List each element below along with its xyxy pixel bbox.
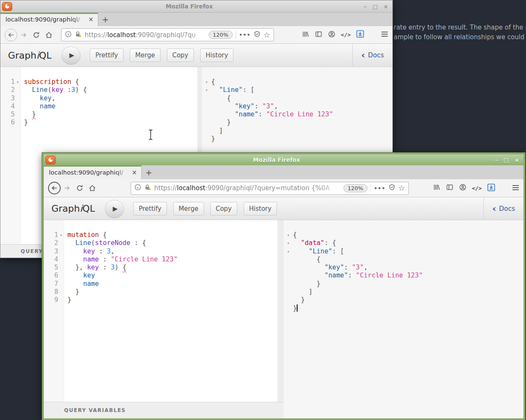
- history-button[interactable]: History: [200, 48, 233, 62]
- tab-localhost-graphiql[interactable]: localhost:9090/graphiql/ ×: [0, 13, 98, 26]
- toolbar-icons: </>: [302, 30, 388, 40]
- code-line: "name": "Circle Line 123": [204, 110, 392, 118]
- bookmark-star-icon[interactable]: ☆: [398, 184, 405, 192]
- pocket-shield-icon[interactable]: [389, 184, 395, 192]
- back-button[interactable]: [48, 182, 61, 194]
- graphiql-logo: GraphiQL: [8, 50, 51, 61]
- prettify-button[interactable]: Prettify: [133, 202, 167, 215]
- downloads-icon[interactable]: [487, 183, 495, 193]
- new-tab-button[interactable]: +: [142, 165, 156, 179]
- copy-button[interactable]: Copy: [210, 202, 237, 215]
- code-line: {: [285, 256, 523, 264]
- front-nav-toolbar: https://localhost:9090/graphiql/?query=m…: [44, 179, 523, 197]
- bookmark-star-icon[interactable]: ☆: [263, 31, 270, 39]
- query-editor[interactable]: 1▾mutation {2 Line(storeNode : {3 key : …: [44, 220, 284, 402]
- merge-button[interactable]: Merge: [173, 202, 204, 215]
- line-number: 1: [0, 78, 15, 86]
- fold-toggle-icon: [15, 102, 21, 110]
- back-tab-bar: localhost:9090/graphiql/ × +: [0, 13, 392, 26]
- fold-toggle-icon[interactable]: ▾: [58, 231, 64, 239]
- code-line: 9}: [44, 296, 277, 304]
- fold-toggle-icon[interactable]: ▾: [15, 78, 21, 86]
- back-titlebar[interactable]: Mozilla Firefox – □ ×: [0, 0, 392, 13]
- background-text-line: ample to follow all relationships we cou…: [394, 32, 526, 42]
- code-line: "key": "3",: [204, 102, 392, 110]
- fold-toggle-icon[interactable]: ▾: [204, 86, 209, 94]
- url-bar[interactable]: https://localhost:9090/graphiql/?query=m…: [131, 182, 409, 195]
- page-actions-icon[interactable]: •••: [239, 32, 251, 38]
- zoom-level-badge[interactable]: 120%: [209, 31, 233, 39]
- forward-button[interactable]: [17, 29, 30, 41]
- fold-toggle-icon[interactable]: ▾: [285, 239, 291, 247]
- close-icon[interactable]: ×: [384, 3, 388, 10]
- background-text-line: rate entry to the result. The shape of t…: [394, 23, 526, 32]
- page-actions-icon[interactable]: •••: [374, 185, 386, 191]
- fold-toggle-icon: [285, 296, 291, 304]
- sidebar-icon[interactable]: [446, 183, 454, 193]
- insecure-lock-icon[interactable]: [75, 31, 82, 39]
- history-button[interactable]: History: [244, 202, 277, 215]
- query-variables-bar[interactable]: QUERY VARIABLES: [44, 402, 284, 418]
- merge-button[interactable]: Merge: [130, 48, 161, 62]
- back-button[interactable]: [5, 29, 17, 41]
- tab-close-icon[interactable]: ×: [87, 16, 94, 23]
- url-text[interactable]: https://localhost:9090/graphiql/?query=m…: [154, 184, 341, 192]
- pocket-shield-icon[interactable]: [254, 31, 260, 39]
- reload-button[interactable]: [30, 29, 43, 41]
- tab-localhost-graphiql[interactable]: localhost:9090/graphiql/ ×: [44, 165, 142, 179]
- home-button[interactable]: [86, 182, 99, 194]
- line-number: 7: [44, 280, 58, 288]
- forward-button[interactable]: [61, 182, 73, 194]
- front-query-column: 1▾mutation {2 Line(storeNode : {3 key : …: [44, 220, 284, 418]
- new-tab-button[interactable]: +: [98, 13, 113, 26]
- reload-button[interactable]: [73, 182, 86, 194]
- url-text[interactable]: https://localhost:9090/graphiql/?qu: [85, 31, 206, 39]
- menu-hamburger-icon[interactable]: [512, 184, 519, 192]
- minimize-icon[interactable]: –: [495, 157, 498, 163]
- firefox-icon: [2, 2, 12, 11]
- execute-query-button[interactable]: ▶: [105, 200, 124, 218]
- front-tab-bar: localhost:9090/graphiql/ × +: [44, 165, 523, 179]
- fold-toggle-icon[interactable]: ▾: [204, 78, 209, 86]
- result-viewer[interactable]: ▾{▾ "data": {▾ "Line": [ { "key": "3", "…: [284, 220, 523, 418]
- account-icon[interactable]: [459, 183, 467, 193]
- insecure-lock-icon[interactable]: [144, 184, 151, 192]
- close-icon[interactable]: ×: [515, 157, 519, 163]
- sidebar-icon[interactable]: [315, 30, 322, 40]
- code-line: 8 }: [44, 288, 277, 296]
- home-button[interactable]: [43, 29, 55, 41]
- fold-toggle-icon: [15, 110, 21, 118]
- library-icon[interactable]: [302, 30, 309, 40]
- urlbar-separator: [236, 31, 236, 39]
- fold-toggle-icon[interactable]: ▾: [285, 231, 291, 239]
- url-bar[interactable]: https://localhost:9090/graphiql/?qu 120%…: [61, 28, 274, 41]
- menu-hamburger-icon[interactable]: [381, 31, 388, 39]
- front-titlebar[interactable]: Mozilla Firefox – □ ×: [44, 154, 523, 165]
- docs-label: Docs: [368, 51, 384, 59]
- info-icon[interactable]: [134, 184, 141, 192]
- minimize-icon[interactable]: –: [364, 3, 367, 10]
- developer-code-icon[interactable]: </>: [341, 32, 351, 38]
- copy-button[interactable]: Copy: [167, 48, 194, 62]
- fold-toggle-icon[interactable]: ▾: [285, 248, 291, 256]
- line-number: 5: [44, 264, 58, 272]
- library-icon[interactable]: [433, 183, 440, 193]
- downloads-icon[interactable]: [356, 30, 364, 40]
- maximize-icon[interactable]: □: [373, 3, 378, 10]
- fold-toggle-icon: [204, 102, 209, 110]
- active-tab-stripe: [0, 13, 98, 14]
- developer-code-icon[interactable]: </>: [472, 185, 482, 191]
- tab-close-icon[interactable]: ×: [131, 169, 138, 176]
- zoom-level-badge[interactable]: 120%: [344, 184, 368, 192]
- execute-query-button[interactable]: ▶: [62, 46, 81, 64]
- account-icon[interactable]: [328, 30, 335, 40]
- docs-toggle[interactable]: ‹ Docs: [352, 44, 392, 67]
- info-icon[interactable]: [65, 31, 72, 39]
- prettify-button[interactable]: Prettify: [90, 48, 123, 62]
- line-number: 3: [0, 94, 15, 102]
- maximize-icon[interactable]: □: [504, 157, 509, 163]
- docs-toggle[interactable]: ‹ Docs: [483, 197, 523, 220]
- line-number: 4: [0, 102, 15, 110]
- active-tab-stripe: [44, 165, 141, 167]
- code-line: "key": "3",: [285, 264, 523, 272]
